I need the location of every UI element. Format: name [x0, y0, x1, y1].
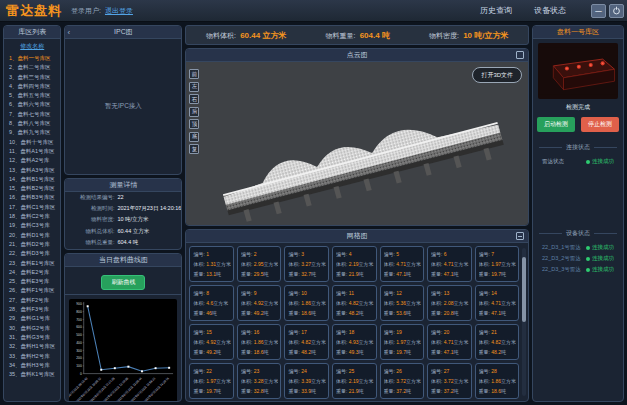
grid-cell[interactable]: 编号: 1体积: 1.31立方米重量: 13.1吨: [189, 246, 234, 282]
grid-cell[interactable]: 编号: 25体积: 2.19立方米重量: 21.9吨: [332, 363, 377, 399]
silo-list-item[interactable]: 22、盘料D3号库: [9, 249, 58, 258]
silo-list-item[interactable]: 29、盘料G1号库: [9, 314, 58, 323]
silo-list-item[interactable]: 28、盘料F3号库: [9, 305, 58, 314]
silo-list-item[interactable]: 10、盘料十号库区: [9, 138, 58, 147]
silo-list-item[interactable]: 33、盘料H2号库: [9, 352, 58, 361]
grid-cell[interactable]: 编号: 7体积: 1.97立方米重量: 19.7吨: [475, 246, 520, 282]
silo-list-item[interactable]: 7、盘料七号库区: [9, 110, 58, 119]
view-button[interactable]: 顶: [189, 119, 199, 129]
detail-value: 604.4 吨: [117, 237, 138, 248]
silo-list-item[interactable]: 8、盘料八号库区: [9, 119, 58, 128]
grid-panel-header: 网格图: [186, 230, 528, 243]
silo-list-item[interactable]: 5、盘料五号库区: [9, 91, 58, 100]
grid-cell[interactable]: 编号: 19体积: 1.97立方米重量: 19.7吨: [380, 324, 425, 360]
grid-cell[interactable]: 编号: 24体积: 3.39立方米重量: 33.9吨: [284, 363, 329, 399]
grid-cell[interactable]: 编号: 4体积: 2.19立方米重量: 21.9吨: [332, 246, 377, 282]
minimize-button[interactable]: ─: [591, 4, 606, 18]
grid-scrollbar-thumb[interactable]: [522, 257, 526, 322]
connection-rows: 雷达状态连接成功: [533, 156, 623, 167]
grid-cell[interactable]: 编号: 27体积: 3.72立方米重量: 37.2吨: [427, 363, 472, 399]
grid-cell[interactable]: 编号: 16体积: 1.86立方米重量: 18.6吨: [237, 324, 282, 360]
grid-cell[interactable]: 编号: 3体积: 3.27立方米重量: 32.7吨: [284, 246, 329, 282]
grid-cell[interactable]: 编号: 14体积: 4.71立方米重量: 47.1吨: [475, 285, 520, 321]
silo-list-item[interactable]: 9、盘料九号库区: [9, 128, 58, 137]
silo-list-item[interactable]: 19、盘料C3号库: [9, 221, 58, 230]
grid-cell[interactable]: 编号: 5体积: 4.71立方米重量: 47.1吨: [380, 246, 425, 282]
cell-weight: 重量: 18.6吨: [288, 308, 326, 318]
silo-list-item[interactable]: 21、盘料D2号库: [9, 240, 58, 249]
silo-list-item[interactable]: 13、盘料A3号库区: [9, 166, 58, 175]
grid-cell[interactable]: 编号: 8体积: 4.6立方米重量: 46吨: [189, 285, 234, 321]
history-query-button[interactable]: 历史查询: [480, 5, 512, 16]
silo-list-item[interactable]: 11、盘料A1号库区: [9, 147, 58, 156]
grid-cell[interactable]: 编号: 13体积: 2.08立方米重量: 20.8吨: [427, 285, 472, 321]
silo-list-item[interactable]: 35、盘料K1号库区: [9, 370, 58, 379]
view-button[interactable]: 右: [189, 94, 199, 104]
view-button[interactable]: 左: [189, 82, 199, 92]
silo-list-item[interactable]: 24、盘料E2号库: [9, 268, 58, 277]
view-button[interactable]: 后: [189, 107, 199, 117]
silo-list-item[interactable]: 34、盘料H3号库: [9, 361, 58, 370]
silo-list-item[interactable]: 4、盘料四号库区: [9, 82, 58, 91]
silo-list-item[interactable]: 16、盘料B3号库区: [9, 193, 58, 202]
silo-list: 1、盘料一号库区2、盘料二号库区3、盘料三号库区4、盘料四号库区5、盘料五号库区…: [4, 53, 60, 401]
grid-cell[interactable]: 编号: 15体积: 4.92立方米重量: 49.2吨: [189, 324, 234, 360]
silo-list-item[interactable]: 32、盘料H1号库区: [9, 342, 58, 351]
grid-cell[interactable]: 编号: 10体积: 1.86立方米重量: 18.6吨: [284, 285, 329, 321]
cell-volume: 体积: 1.97立方米: [479, 259, 517, 269]
grid-cell[interactable]: 编号: 18体积: 4.93立方米重量: 49.3吨: [332, 324, 377, 360]
silo-list-item[interactable]: 6、盘料六号库区: [9, 100, 58, 109]
refresh-curve-button[interactable]: 刷新曲线: [101, 275, 145, 290]
stop-detect-button[interactable]: 停止检测: [581, 117, 619, 132]
grid-cell[interactable]: 编号: 20体积: 4.71立方米重量: 47.1吨: [427, 324, 472, 360]
silo-list-item[interactable]: 30、盘料G2号库: [9, 324, 58, 333]
maximize-icon[interactable]: [516, 51, 524, 59]
cell-id: 编号: 18: [336, 327, 374, 337]
grid-view-icon[interactable]: [516, 232, 524, 240]
grid-cell[interactable]: 编号: 28体积: 1.86立方米重量: 18.6吨: [475, 363, 520, 399]
grid-cell[interactable]: 编号: 9体积: 4.92立方米重量: 49.2吨: [237, 285, 282, 321]
silo-list-item[interactable]: 18、盘料C2号库: [9, 212, 58, 221]
silo-list-item[interactable]: 31、盘料G3号库: [9, 333, 58, 342]
cell-id: 编号: 12: [384, 288, 422, 298]
silo-list-item[interactable]: 3、盘料三号库区: [9, 73, 58, 82]
start-detect-button[interactable]: 启动检测: [537, 117, 575, 132]
silo-list-item[interactable]: 2、盘料二号库区: [9, 63, 58, 72]
status-text: 连接成功: [592, 158, 614, 165]
cell-weight: 重量: 32.8吨: [241, 386, 279, 396]
grid-cell[interactable]: 编号: 26体积: 3.72立方米重量: 37.2吨: [380, 363, 425, 399]
silo-list-item[interactable]: 1、盘料一号库区: [9, 54, 58, 63]
grid-cell[interactable]: 编号: 23体积: 3.28立方米重量: 32.8吨: [237, 363, 282, 399]
collapse-icon[interactable]: ‹: [67, 27, 70, 39]
grid-scrollbar[interactable]: [522, 248, 526, 396]
silo-list-item[interactable]: 12、盘料A2号库: [9, 156, 58, 165]
detail-label: 检测结果编号:: [68, 192, 114, 203]
power-button[interactable]: [609, 4, 624, 18]
logout-link[interactable]: 退出登录: [105, 6, 133, 16]
silo-list-item[interactable]: 20、盘料D1号库: [9, 231, 58, 240]
detail-label: 检测时间:: [68, 203, 114, 214]
cell-id: 编号: 13: [431, 288, 469, 298]
grid-cell[interactable]: 编号: 6体积: 4.71立方米重量: 47.1吨: [427, 246, 472, 282]
view-button[interactable]: 复: [189, 144, 199, 154]
silo-list-item[interactable]: 14、盘料B1号库区: [9, 175, 58, 184]
open-3d-file-button[interactable]: 打开3D文件: [472, 67, 522, 83]
silo-list-item[interactable]: 25、盘料E3号库: [9, 277, 58, 286]
grid-cell[interactable]: 编号: 11体积: 4.82立方米重量: 48.2吨: [332, 285, 377, 321]
grid-cell[interactable]: 编号: 12体积: 5.36立方米重量: 53.6吨: [380, 285, 425, 321]
view-button[interactable]: 前: [189, 69, 199, 79]
silo-list-item[interactable]: 23、盘料E1号库区: [9, 259, 58, 268]
grid-cell[interactable]: 编号: 21体积: 4.82立方米重量: 48.2吨: [475, 324, 520, 360]
pointcloud-image[interactable]: [186, 62, 528, 225]
grid-cell[interactable]: 编号: 22体积: 1.97立方米重量: 19.7吨: [189, 363, 234, 399]
rename-link[interactable]: 修改名称: [4, 39, 60, 53]
silo-list-item[interactable]: 27、盘料F2号库: [9, 296, 58, 305]
silo-list-item[interactable]: 26、盘料F1号库区: [9, 286, 58, 295]
grid-cell[interactable]: 编号: 17体积: 4.82立方米重量: 48.2吨: [284, 324, 329, 360]
silo-list-item[interactable]: 15、盘料B2号库区: [9, 184, 58, 193]
silo-list-item[interactable]: 17、盘料C1号库区: [9, 203, 58, 212]
device-status-button[interactable]: 设备状态: [534, 5, 566, 16]
silo-list-title: 库区列表: [4, 26, 60, 39]
grid-cell[interactable]: 编号: 2体积: 2.95立方米重量: 29.5吨: [237, 246, 282, 282]
view-button[interactable]: 底: [189, 132, 199, 142]
